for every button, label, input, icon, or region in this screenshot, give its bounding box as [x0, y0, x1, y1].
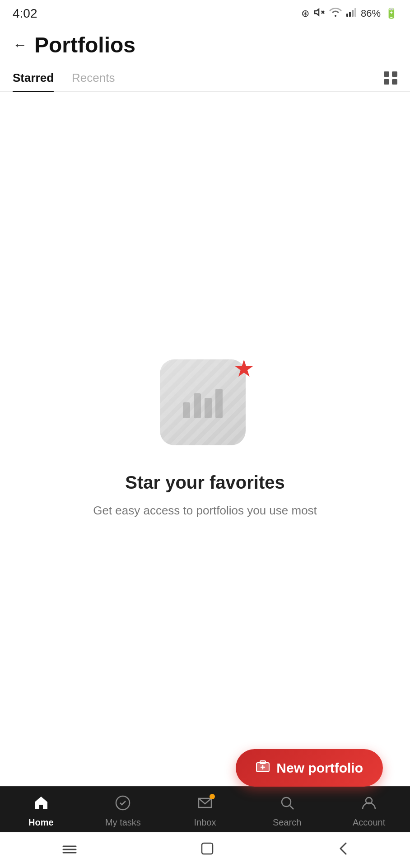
signal-icon [346, 8, 356, 19]
status-bar: 4:02 ⊛ 86% 🔋 [0, 0, 410, 25]
status-time: 4:02 [13, 6, 37, 21]
account-icon [361, 797, 377, 814]
status-icons: ⊛ 86% 🔋 [301, 7, 397, 20]
bluetooth-icon: ⊛ [301, 8, 309, 19]
nav-search[interactable]: Search [246, 795, 328, 828]
fab-label: New portfolio [276, 760, 363, 776]
empty-state-title: Star your favorites [125, 472, 284, 493]
tab-recents[interactable]: Recents [72, 65, 115, 91]
main-content: ★ Star your favorites Get easy access to… [0, 92, 410, 786]
android-menu-button[interactable] [62, 843, 77, 858]
svg-rect-4 [352, 10, 354, 17]
wifi-icon [329, 7, 342, 20]
tasks-icon [115, 797, 131, 814]
nav-tasks[interactable]: My tasks [82, 795, 164, 828]
fab-container: New portfolio [236, 749, 383, 787]
empty-state-subtitle: Get easy access to portfolios you use mo… [93, 502, 317, 519]
android-home-button[interactable] [201, 842, 214, 858]
android-back-button[interactable] [338, 841, 348, 859]
svg-rect-5 [354, 8, 356, 17]
android-nav-bar [0, 832, 410, 868]
nav-home[interactable]: Home [0, 795, 82, 828]
svg-point-10 [116, 796, 130, 810]
sound-icon [314, 7, 325, 20]
svg-rect-2 [346, 14, 348, 17]
battery-icon: 🔋 [385, 8, 397, 19]
tabs-container: Starred Recents [0, 65, 410, 92]
page-title: Portfolios [34, 33, 135, 57]
portfolio-add-icon [256, 759, 270, 777]
bottom-nav: Home My tasks Inbox [0, 786, 410, 832]
header: ← Portfolios [0, 25, 410, 65]
search-icon [279, 797, 295, 814]
nav-search-label: Search [273, 817, 301, 828]
grid-view-button[interactable] [384, 71, 397, 85]
svg-rect-17 [202, 843, 213, 854]
nav-inbox-label: Inbox [194, 817, 216, 828]
star-icon: ★ [233, 355, 255, 382]
svg-line-12 [290, 806, 294, 809]
svg-rect-7 [260, 761, 266, 764]
nav-tasks-label: My tasks [105, 817, 141, 828]
empty-state-illustration: ★ [160, 359, 250, 450]
chart-icon [183, 387, 223, 418]
nav-account-label: Account [353, 817, 385, 828]
battery-indicator: 86% [361, 8, 381, 19]
back-button[interactable]: ← [13, 37, 27, 53]
inbox-icon [197, 797, 213, 814]
home-icon [33, 797, 49, 814]
nav-account[interactable]: Account [328, 795, 410, 828]
svg-rect-3 [349, 12, 351, 17]
new-portfolio-button[interactable]: New portfolio [236, 749, 383, 787]
tab-starred[interactable]: Starred [13, 65, 54, 91]
svg-point-11 [282, 797, 291, 807]
nav-home-label: Home [28, 817, 54, 828]
nav-inbox[interactable]: Inbox [164, 795, 246, 828]
inbox-notification-dot [210, 794, 215, 799]
